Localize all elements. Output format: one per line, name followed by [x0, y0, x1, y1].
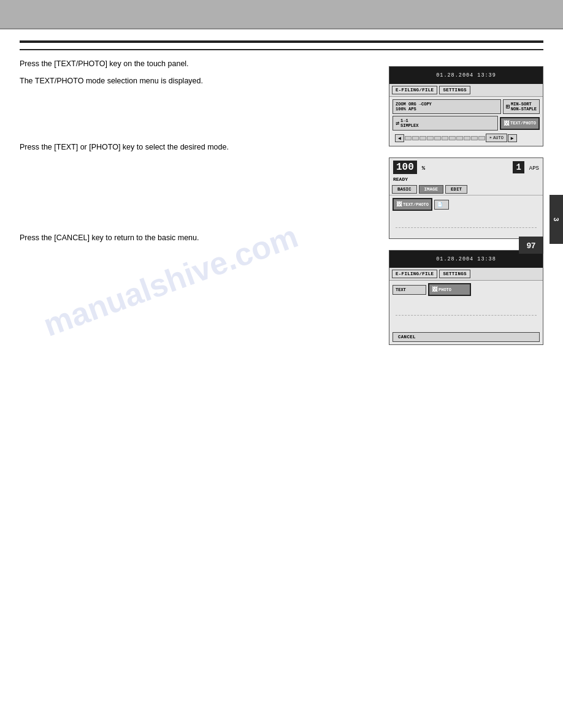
scr1-row1: ZOOM ORG →COPY 100% APS ⊞ MIN-SORT NON-S… — [393, 99, 540, 114]
scr2-row1: 🖼 TEXT/PHOTO 📄 — [393, 198, 540, 211]
scr1-prog-10 — [478, 136, 485, 140]
body-para-1: Press the [TEXT/PHOTO] key on the touch … — [20, 58, 320, 70]
rule-thin — [20, 49, 543, 50]
rule-thick — [20, 40, 543, 43]
page-number: 97 — [519, 237, 543, 254]
body-para-4: Press the [CANCEL] key to return to the … — [20, 232, 320, 244]
scr1-sort-btn[interactable]: ⊞ MIN-SORT NON-STAPLE — [503, 99, 540, 114]
scr2-zoom-num: 100 — [393, 161, 417, 174]
scr1-content: ZOOM ORG →COPY 100% APS ⊞ MIN-SORT NON-S… — [389, 97, 543, 146]
scr1-auto-label: AUTO — [493, 135, 504, 140]
scr1-prog-8 — [464, 136, 470, 140]
scr1-menubar: E-FILING/FILE SETTINGS — [389, 84, 543, 97]
scr1-row2: ⇌ 1→1 SIMPLEX 🖼 TEXT/PHOTO — [393, 116, 540, 131]
scr1-prog-1 — [412, 136, 419, 140]
body-para-2: The TEXT/PHOTO mode selection menu is di… — [20, 75, 320, 87]
scr3-photo-icon: 🖼 — [432, 286, 437, 293]
scr1-simplex-sub: SIMPLEX — [400, 123, 418, 128]
scr3-settings-btn[interactable]: SETTINGS — [439, 270, 470, 278]
scr2-tab-edit[interactable]: EDIT — [445, 185, 467, 194]
scr1-simplex-btn[interactable]: ⇌ 1→1 SIMPLEX — [393, 116, 498, 131]
scr1-prog-2 — [419, 136, 426, 140]
scr1-progress-row: ◀ ☀ AUTO ▶ — [393, 132, 540, 143]
scr2-extra-btn[interactable]: 📄 — [434, 200, 449, 210]
scr3-menubar: E-FILING/FILE SETTINGS — [389, 268, 543, 281]
scr1-prog-7 — [456, 136, 463, 140]
scr1-sort-icon: ⊞ — [506, 103, 510, 110]
scr3-photo-btn[interactable]: 🖼 PHOTO — [428, 283, 471, 296]
scr3-cancel-btn[interactable]: CANCEL — [393, 332, 540, 342]
scr1-prog-0 — [405, 136, 412, 140]
screenshot-1: 01.28.2004 13:39 E-FILING/FILE SETTINGS … — [389, 66, 543, 146]
scr1-zoom-btn[interactable]: ZOOM ORG →COPY 100% APS — [393, 99, 501, 114]
scr1-zoom-text: ZOOM ORG →COPY — [396, 102, 432, 107]
scr2-tab-image[interactable]: IMAGE — [419, 185, 444, 194]
top-header-bar — [0, 0, 563, 29]
scr1-sort-top: MIN-SORT — [511, 102, 537, 107]
scr1-prog-4 — [434, 136, 441, 140]
scr3-content: TEXT 🖼 PHOTO — [389, 281, 543, 330]
scr1-sort-bot: NON-STAPLE — [511, 107, 537, 112]
scr2-count: 1 — [513, 161, 524, 173]
side-tab: 3 — [550, 195, 563, 244]
scr2-tab-basic[interactable]: BASIC — [392, 185, 417, 194]
scr3-photo-label: PHOTO — [439, 287, 451, 292]
scr2-textphoto-icon: 🖼 — [396, 201, 402, 208]
scr2-content: 🖼 TEXT/PHOTO 📄 — [389, 195, 543, 238]
scr1-textphoto-label: TEXT/PHOTO — [510, 121, 536, 126]
scr3-efiling-btn[interactable]: E-FILING/FILE — [392, 270, 437, 278]
scr1-settings-btn[interactable]: SETTINGS — [439, 86, 470, 94]
scr2-topbar: 100 % 1 APS — [389, 158, 543, 176]
scr3-text-label: TEXT — [396, 287, 406, 292]
scr3-dotted — [396, 315, 537, 316]
scr1-duplex-icon: ⇌ — [396, 119, 399, 127]
scr1-prog-5 — [442, 136, 448, 140]
scr1-textphoto-btn[interactable]: 🖼 TEXT/PHOTO — [500, 117, 540, 130]
scr1-header: 01.28.2004 13:39 — [389, 67, 543, 84]
scr3-row1: TEXT 🖼 PHOTO — [393, 283, 540, 296]
scr1-arrow-left[interactable]: ◀ — [395, 134, 404, 142]
scr2-textphoto-label: TEXT/PHOTO — [403, 202, 429, 207]
scr1-prog-9 — [471, 136, 478, 140]
scr1-arrow-right[interactable]: ▶ — [508, 134, 517, 142]
scr1-sun-icon: ☀ — [489, 135, 492, 140]
scr2-textphoto-btn[interactable]: 🖼 TEXT/PHOTO — [393, 198, 432, 211]
scr2-pct: % — [422, 165, 425, 172]
scr2-aps: APS — [529, 165, 539, 172]
scr1-textphoto-icon: 🖼 — [504, 120, 509, 127]
screenshots-panel: 01.28.2004 13:39 E-FILING/FILE SETTINGS … — [389, 66, 543, 345]
scr2-tabs: BASIC IMAGE EDIT — [389, 184, 543, 195]
scr1-efiling-btn[interactable]: E-FILING/FILE — [392, 86, 437, 94]
scr1-auto-btn[interactable]: ☀ AUTO — [486, 134, 507, 142]
scr3-cancel-bar: CANCEL — [389, 330, 543, 344]
screenshot-2: 100 % 1 APS READY BASIC IMAGE EDIT 🖼 TEX… — [389, 157, 543, 239]
scr1-simplex-text: 1→1 — [400, 118, 418, 123]
scr2-dotted — [396, 227, 537, 228]
body-para-3: Press the [TEXT] or [PHOTO] key to selec… — [20, 141, 320, 153]
scr1-prog-6 — [449, 136, 456, 140]
scr1-header-text: 01.28.2004 13:39 — [436, 72, 496, 78]
scr3-header-text: 01.28.2004 13:38 — [436, 256, 496, 262]
scr1-prog-3 — [427, 136, 434, 140]
scr2-ready: READY — [389, 176, 543, 184]
screenshot-3: 01.28.2004 13:38 E-FILING/FILE SETTINGS … — [389, 250, 543, 345]
scr1-zoom-sub: 100% APS — [396, 107, 432, 112]
scr2-doc-icon: 📄 — [437, 202, 443, 207]
scr3-text-btn[interactable]: TEXT — [393, 285, 426, 295]
